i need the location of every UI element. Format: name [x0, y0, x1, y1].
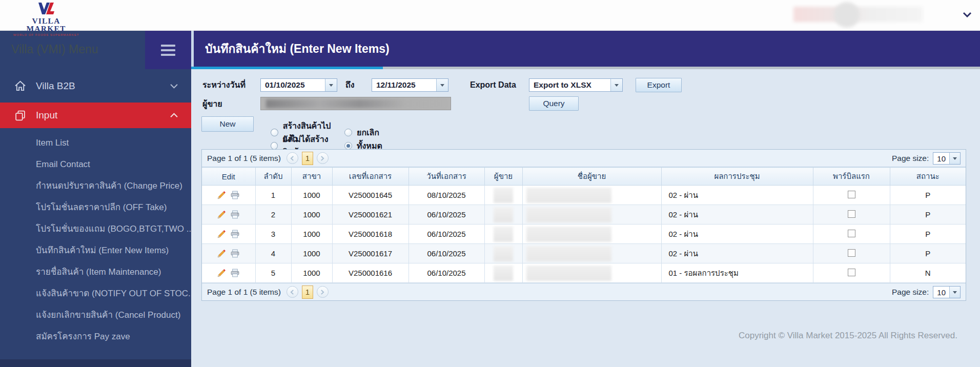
- sidebar-item-email-contact[interactable]: Email Contact: [0, 154, 191, 175]
- date-from-picker[interactable]: 01/10/2025: [260, 78, 337, 92]
- avatar: [834, 2, 860, 28]
- first-bill-checkbox[interactable]: [848, 191, 855, 198]
- first-bill-checkbox[interactable]: [848, 230, 855, 237]
- seq-cell: 3: [255, 225, 291, 244]
- col-header-vendor-name[interactable]: ชื่อผู้ขาย: [522, 168, 661, 186]
- meeting-result-cell: 02 - ผ่าน: [661, 205, 813, 225]
- page-size-select[interactable]: 10: [933, 152, 961, 165]
- page-title: บันทึกสินค้าใหม่ (Enter New Items): [205, 39, 390, 58]
- sidebar-item-pay-zave[interactable]: สมัครโครงการ Pay zave: [0, 326, 191, 348]
- dropdown-arrow-icon: [329, 84, 333, 89]
- table-row: 1 1000 V250001645 08/10/2025 02 - ผ่าน P: [202, 186, 966, 205]
- doc-no-cell: V250001645: [332, 186, 409, 205]
- col-header-meeting-result[interactable]: ผลการประชุม: [661, 168, 813, 186]
- account-chevron-down-icon[interactable]: [963, 10, 972, 19]
- status-cell: P: [890, 244, 966, 263]
- pager-next-button[interactable]: [317, 152, 329, 164]
- branch-cell: 1000: [291, 205, 332, 225]
- col-header-edit[interactable]: Edit: [202, 168, 255, 186]
- export-format-value[interactable]: Export to XLSX: [529, 79, 610, 91]
- vendor-label: ผู้ขาย: [202, 97, 222, 111]
- pager-prev-button[interactable]: [287, 152, 298, 164]
- print-icon[interactable]: [231, 210, 239, 219]
- col-header-branch[interactable]: สาขา: [291, 168, 332, 186]
- date-to-dropdown-button[interactable]: [436, 79, 448, 91]
- date-from-value[interactable]: 01/10/2025: [261, 79, 325, 91]
- pager-summary: Page 1 of 1 (5 items): [207, 288, 281, 297]
- branch-cell: 1000: [291, 263, 332, 283]
- status-cell: P: [890, 205, 966, 225]
- sidebar-item-item-maintenance[interactable]: รายชื่อสินค้า (Item Maintenance): [0, 261, 191, 283]
- branch-cell: 1000: [291, 244, 332, 263]
- sidebar-item-villa-b2b[interactable]: Villa B2B: [0, 69, 191, 103]
- date-from-dropdown-button[interactable]: [325, 79, 337, 91]
- first-bill-checkbox[interactable]: [848, 249, 855, 257]
- doc-date-cell: 06/10/2025: [409, 244, 484, 263]
- sidebar-item-notify-out-of-stock[interactable]: แจ้งสินค้าขาด (NOTIFY OUT OF STOC...: [0, 283, 191, 304]
- sidebar-item-off-take[interactable]: โปรโมชั่นลดราคาปลีก (OFF Take): [0, 197, 191, 218]
- col-header-seq[interactable]: ลำดับ: [255, 168, 291, 186]
- export-format-select[interactable]: Export to XLSX: [529, 78, 623, 92]
- pager-top: Page 1 of 1 (5 items) 1 Page size: 10: [202, 150, 966, 167]
- vendor-input-redacted[interactable]: [260, 97, 451, 110]
- sidebar-item-change-price[interactable]: กำหนดปรับราคาสินค้า (Change Price): [0, 175, 191, 197]
- hamburger-menu-button[interactable]: [145, 31, 191, 69]
- col-header-doc-no[interactable]: เลขที่เอกสาร: [332, 168, 409, 186]
- status-cell: P: [890, 186, 966, 205]
- new-button[interactable]: New: [201, 116, 254, 132]
- sidebar-footer-strip: [0, 359, 191, 367]
- doc-date-cell: 08/10/2025: [409, 186, 484, 205]
- export-button[interactable]: Export: [636, 78, 682, 92]
- dropdown-arrow-icon: [440, 84, 444, 89]
- edit-pencil-icon[interactable]: [217, 191, 226, 199]
- sidebar-item-bogo-promo[interactable]: โปรโมชั่นของแถม (BOGO,BTGT,TWO ...: [0, 218, 191, 240]
- page-size-label: Page size:: [892, 288, 929, 297]
- chevron-down-icon: [170, 84, 178, 89]
- print-icon[interactable]: [231, 269, 239, 277]
- results-grid-panel: Page 1 of 1 (5 items) 1 Page size: 10: [201, 149, 966, 301]
- col-header-vendor[interactable]: ผู้ขาย: [484, 168, 522, 186]
- first-bill-checkbox[interactable]: [848, 210, 855, 218]
- sidebar-item-input[interactable]: Input: [0, 103, 191, 128]
- dropdown-arrow-icon: [949, 153, 960, 164]
- doc-no-cell: V250001621: [332, 205, 409, 225]
- redacted-text: [266, 99, 445, 108]
- sidebar-item-enter-new-items[interactable]: บันทึกสินค้าใหม่ (Enter New Items): [0, 240, 191, 261]
- print-icon[interactable]: [231, 191, 239, 199]
- page-size-select[interactable]: 10: [933, 286, 961, 298]
- date-to-value[interactable]: 12/11/2025: [372, 79, 436, 91]
- export-format-dropdown-button[interactable]: [610, 79, 622, 91]
- pager-current-page[interactable]: 1: [302, 286, 313, 299]
- col-header-first-bill[interactable]: พาร์บิลแรก: [813, 168, 890, 186]
- col-header-status[interactable]: สถานะ: [890, 168, 966, 186]
- query-button[interactable]: Query: [529, 96, 579, 111]
- sidebar-header: Villa (VMI) Menu: [0, 31, 191, 69]
- sidebar-item-cancel-product[interactable]: แจ้งยกเลิกขายสินค้า (Cancel Product): [0, 304, 191, 326]
- home-icon: [13, 80, 27, 91]
- first-bill-checkbox[interactable]: [848, 269, 855, 276]
- sidebar-menu-title: Villa (VMI) Menu: [11, 43, 98, 56]
- edit-pencil-icon[interactable]: [217, 230, 226, 238]
- edit-pencil-icon[interactable]: [217, 269, 226, 277]
- radio-icon: [271, 142, 278, 150]
- logo-brand-text: VILLA MARKET: [12, 17, 80, 32]
- print-icon[interactable]: [231, 230, 239, 238]
- pager-prev-button[interactable]: [287, 286, 298, 298]
- print-icon[interactable]: [231, 249, 239, 258]
- sidebar-item-item-list[interactable]: Item List: [0, 132, 191, 154]
- hamburger-icon: [161, 45, 175, 47]
- meeting-result-cell: 02 - ผ่าน: [661, 225, 813, 244]
- sidebar-item-label: Villa B2B: [36, 80, 75, 92]
- col-header-doc-date[interactable]: วันที่เอกสาร: [409, 168, 484, 186]
- doc-date-cell: 06/10/2025: [409, 263, 484, 283]
- edit-pencil-icon[interactable]: [217, 249, 226, 258]
- date-to-picker[interactable]: 12/11/2025: [372, 78, 448, 92]
- chevron-up-icon: [170, 113, 178, 118]
- copy-pages-icon: [13, 110, 27, 121]
- vendor-name-redacted: [526, 246, 611, 261]
- pager-next-button[interactable]: [317, 286, 329, 298]
- edit-pencil-icon[interactable]: [217, 210, 226, 219]
- pager-current-page[interactable]: 1: [302, 152, 313, 165]
- vendor-name-redacted: [526, 188, 611, 203]
- villa-market-logo[interactable]: VILLA MARKET WORLD OF FOODS SUPERMARKET: [12, 2, 80, 36]
